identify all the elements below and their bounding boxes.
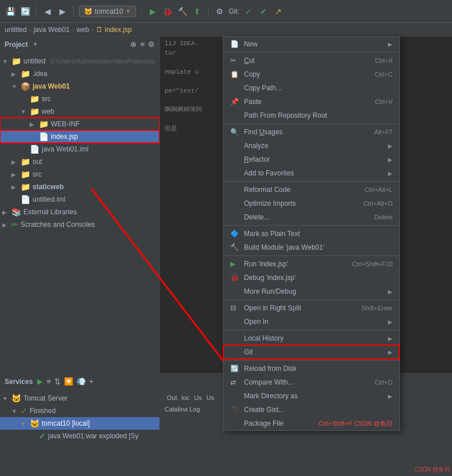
breadcrumb-file[interactable]: 🗒 index.jsp bbox=[96, 26, 132, 34]
breadcrumb-sep-2: › bbox=[72, 26, 74, 34]
menu-item-new[interactable]: 📄 New ▶ bbox=[223, 37, 399, 51]
tree-item-staticweb[interactable]: ▶ 📁 staticweb bbox=[0, 181, 159, 193]
git-checkmark-icon[interactable]: ✔ bbox=[258, 6, 269, 17]
services-wind-icon[interactable]: 💨 bbox=[77, 377, 86, 386]
services-item-tomcat10[interactable]: ▼ 🐱 tomcat10 [local] bbox=[0, 417, 159, 430]
services-filter-icon[interactable]: 🔽 bbox=[64, 377, 73, 386]
menu-item-mark-dir-label: Mark Directory as bbox=[244, 392, 383, 400]
menu-item-analyze-label: Analyze bbox=[244, 142, 383, 150]
build-button[interactable]: 🔨 bbox=[177, 6, 188, 17]
refresh-icon[interactable]: 🔄 bbox=[19, 6, 31, 17]
update-button[interactable]: ⬆ bbox=[191, 6, 203, 17]
menu-item-favorites[interactable]: Add to Favorites ▶ bbox=[223, 166, 399, 180]
tree-item-scratches[interactable]: ▶ ✏ Scratches and Consoles bbox=[0, 218, 159, 231]
menu-item-create-gist-label: Create Gist... bbox=[244, 406, 393, 414]
services-run-icon[interactable]: ▶ bbox=[37, 377, 43, 386]
breadcrumb-part-1[interactable]: untitled bbox=[5, 26, 27, 34]
menu-item-mark-dir[interactable]: Mark Directory as ▶ bbox=[223, 389, 399, 403]
project-sidebar: Project ▼ ⊕ ≡ ⚙ ▼ 📁 untitled C:\Users\Ad… bbox=[0, 37, 160, 373]
split-shortcut: Shift+Enter bbox=[361, 305, 393, 311]
services-item-tomcat[interactable]: ▼ 🐱 Tomcat Server bbox=[0, 392, 159, 405]
tree-item-webinf[interactable]: ▶ 📁 WEB-INF bbox=[0, 118, 159, 130]
debug-button[interactable]: 🐞 bbox=[162, 6, 173, 17]
breadcrumb-part-3[interactable]: web bbox=[77, 26, 89, 34]
menu-item-run[interactable]: ▶ Run 'index.jsp' Ctrl+Shift+F10 bbox=[223, 257, 399, 271]
menu-item-reload[interactable]: 🔃 Reload from Disk bbox=[223, 362, 399, 375]
optimize-shortcut: Ctrl+Alt+O bbox=[363, 200, 393, 207]
breadcrumb: untitled › java Web01 › web › 🗒 index.js… bbox=[0, 23, 452, 37]
menu-item-optimize[interactable]: Optimize Imports Ctrl+Alt+O bbox=[223, 197, 399, 210]
tree-item-web[interactable]: ▼ 📁 web bbox=[0, 105, 159, 118]
tree-item-index-jsp[interactable]: 📄 index.jsp bbox=[0, 130, 159, 143]
tree-item-out[interactable]: ▶ 📁 out bbox=[0, 155, 159, 168]
tomcat-icon: 🐱 bbox=[11, 394, 21, 403]
collapse-icon[interactable]: ≡ bbox=[140, 40, 145, 49]
git-branch-icon[interactable]: ↗ bbox=[273, 6, 284, 17]
menu-item-find-usages[interactable]: 🔍 Find Usages Alt+F7 bbox=[223, 125, 399, 139]
tree-item-javaweb01[interactable]: ▼ 📦 java Web01 bbox=[0, 80, 159, 93]
src-folder-icon: 📁 bbox=[30, 94, 39, 103]
menu-item-open-in[interactable]: Open In ▶ bbox=[223, 315, 399, 329]
tree-item-idea[interactable]: ▶ 📁 .idea bbox=[0, 67, 159, 80]
refactor-arrow: ▶ bbox=[388, 157, 393, 163]
tree-item-external-libs[interactable]: ▶ 📚 External Libraries bbox=[0, 206, 159, 218]
services-item-finished[interactable]: ▼ ✓ Finished bbox=[0, 405, 159, 417]
services-title: Services bbox=[5, 378, 33, 386]
locate-icon[interactable]: ⊕ bbox=[130, 40, 137, 49]
settings-icon[interactable]: ⚙ bbox=[148, 40, 155, 49]
run-config-arrow: ▼ bbox=[125, 8, 131, 14]
menu-item-debug[interactable]: 🐞 Debug 'index.jsp' bbox=[223, 271, 399, 285]
services-add-icon[interactable]: + bbox=[89, 377, 94, 386]
menu-item-git[interactable]: Git ▶ bbox=[223, 345, 399, 359]
menu-item-package-label: Package File bbox=[244, 419, 314, 427]
tomcat10-icon: 🐱 bbox=[30, 419, 39, 428]
expand-arrow-extlibs: ▶ bbox=[2, 209, 9, 215]
services-list-icon[interactable]: ≡ bbox=[46, 377, 51, 386]
tree-label-idea: .idea bbox=[33, 70, 47, 78]
menu-sep-8 bbox=[223, 360, 399, 361]
menu-item-delete[interactable]: Delete... Delete bbox=[223, 210, 399, 224]
expand-arrow-scratches: ▶ bbox=[2, 222, 9, 228]
menu-item-paste[interactable]: 📌 Paste Ctrl+V bbox=[223, 95, 399, 109]
menu-item-package-file[interactable]: Package File Ctrl+Shift+F CSDN @鱼羽 bbox=[223, 417, 399, 430]
run-button[interactable]: ▶ bbox=[147, 6, 158, 17]
menu-item-reformat[interactable]: Reformat Code Ctrl+Alt+L bbox=[223, 183, 399, 197]
forward-icon[interactable]: ▶ bbox=[57, 6, 68, 17]
menu-item-path-repo[interactable]: Path From Repository Root bbox=[223, 109, 399, 122]
git-check-icon[interactable]: ✓ bbox=[243, 6, 254, 17]
run-config-selector[interactable]: 🐱 tomcat10 ▼ bbox=[79, 6, 136, 17]
services-sort-icon[interactable]: ⇅ bbox=[54, 377, 61, 386]
services-item-artifact[interactable]: ✔ java Web01:war exploded [Sy bbox=[0, 430, 159, 442]
menu-item-local-history-label: Local History bbox=[244, 334, 383, 342]
tree-item-src1[interactable]: 📁 src bbox=[0, 93, 159, 105]
sidebar-arrow: ▼ bbox=[33, 41, 38, 47]
menu-item-copy-path[interactable]: Copy Path... bbox=[223, 81, 399, 95]
more-button[interactable]: ⚙ bbox=[214, 6, 225, 17]
tree-item-untitled-iml[interactable]: 📄 untitled.iml bbox=[0, 193, 159, 206]
save-icon[interactable]: 💾 bbox=[5, 6, 16, 17]
menu-item-create-gist[interactable]: ⚫ Create Gist... bbox=[223, 403, 399, 417]
back-icon[interactable]: ◀ bbox=[42, 6, 53, 17]
menu-item-open-split[interactable]: ⊟ Open in Right Split Shift+Enter bbox=[223, 301, 399, 315]
menu-item-analyze[interactable]: Analyze ▶ bbox=[223, 139, 399, 153]
tree-item-javaweb01-iml[interactable]: 📄 java Web01.iml bbox=[0, 143, 159, 155]
tree-item-src2[interactable]: ▶ 📁 src bbox=[0, 168, 159, 181]
menu-item-copy[interactable]: 📋 Copy Ctrl+C bbox=[223, 67, 399, 81]
expand-arrow-out: ▶ bbox=[11, 159, 18, 165]
menu-item-more-run[interactable]: More Run/Debug ▶ bbox=[223, 285, 399, 298]
tree-label-index-jsp: index.jsp bbox=[51, 133, 78, 141]
menu-item-cut[interactable]: ✂ Cut Ctrl+X bbox=[223, 54, 399, 67]
menu-item-compare[interactable]: ⇄ Compare With... Ctrl+D bbox=[223, 375, 399, 389]
menu-item-delete-label: Delete... bbox=[244, 213, 370, 221]
menu-item-run-label: Run 'index.jsp' bbox=[244, 260, 347, 268]
package-shortcut: Ctrl+Shift+F CSDN @鱼羽 bbox=[319, 419, 393, 428]
menu-item-build-module[interactable]: 🔨 Build Module 'java Web01' bbox=[223, 241, 399, 254]
tree-item-untitled[interactable]: ▼ 📁 untitled C:\Users\Administrator\Idea… bbox=[0, 55, 159, 67]
menu-item-plain-text[interactable]: 🔷 Mark as Plain Text bbox=[223, 227, 399, 241]
menu-sep-4 bbox=[223, 225, 399, 226]
breadcrumb-part-2[interactable]: java Web01 bbox=[34, 26, 70, 34]
menu-item-local-history[interactable]: Local History ▶ bbox=[223, 331, 399, 345]
tomcat-label: Tomcat Server bbox=[23, 394, 67, 402]
src2-folder-icon: 📁 bbox=[21, 170, 30, 179]
menu-item-refactor[interactable]: Refactor ▶ bbox=[223, 153, 399, 166]
